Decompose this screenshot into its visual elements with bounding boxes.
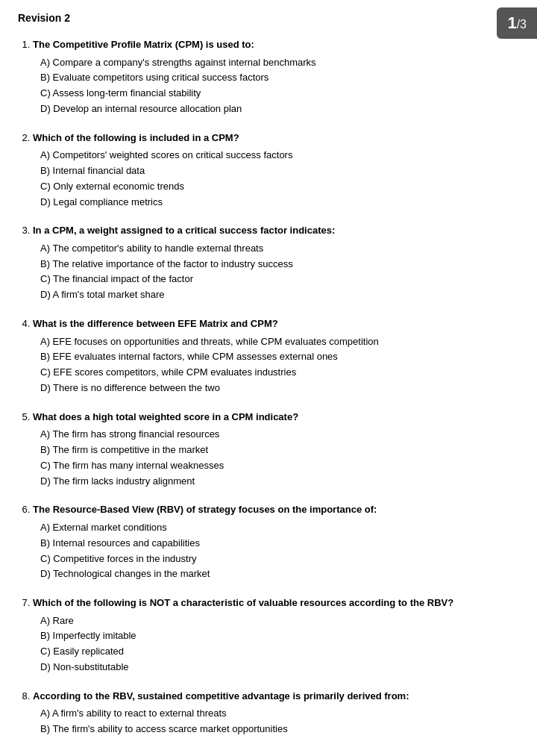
questions-list: The Competitive Profile Matrix (CPM) is … — [18, 37, 519, 737]
badge-fraction: /3 — [517, 18, 527, 31]
options-list-3: A) The competitor's ability to handle ex… — [33, 241, 519, 303]
option-6-3: D) Technological changes in the market — [40, 566, 519, 582]
question-item-5: What does a high total weighted score in… — [33, 410, 519, 490]
option-1-3: D) Develop an internal resource allocati… — [40, 101, 519, 117]
badge-number: 1 — [507, 13, 516, 32]
option-7-2: C) Easily replicated — [40, 644, 519, 660]
options-list-7: A) RareB) Imperfectly imitableC) Easily … — [33, 613, 519, 675]
question-item-8: According to the RBV, sustained competit… — [33, 689, 519, 737]
option-5-0: A) The firm has strong financial resourc… — [40, 427, 519, 443]
question-text-8: According to the RBV, sustained competit… — [33, 689, 519, 704]
option-2-2: C) Only external economic trends — [40, 179, 519, 195]
option-3-2: C) The financial impact of the factor — [40, 272, 519, 287]
question-item-4: What is the difference between EFE Matri… — [33, 316, 519, 396]
option-7-1: B) Imperfectly imitable — [40, 628, 519, 644]
question-item-6: The Resource-Based View (RBV) of strateg… — [33, 502, 519, 582]
option-2-1: B) Internal financial data — [40, 163, 519, 179]
question-text-2: Which of the following is included in a … — [33, 131, 519, 146]
question-text-1: The Competitive Profile Matrix (CPM) is … — [33, 37, 519, 52]
page-title: Revision 2 — [18, 12, 519, 24]
option-6-1: B) Internal resources and capabilities — [40, 536, 519, 552]
options-list-4: A) EFE focuses on opportunities and thre… — [33, 334, 519, 396]
option-3-1: B) The relative importance of the factor… — [40, 257, 519, 272]
option-4-0: A) EFE focuses on opportunities and thre… — [40, 334, 519, 350]
option-4-3: D) There is no difference between the tw… — [40, 381, 519, 396]
option-2-3: D) Legal compliance metrics — [40, 195, 519, 210]
option-3-0: A) The competitor's ability to handle ex… — [40, 241, 519, 257]
options-list-1: A) Compare a company's strengths against… — [33, 55, 519, 117]
question-text-3: In a CPM, a weight assigned to a critica… — [33, 223, 519, 238]
question-item-3: In a CPM, a weight assigned to a critica… — [33, 223, 519, 303]
options-list-8: A) A firm's ability to react to external… — [33, 706, 519, 737]
option-5-2: C) The firm has many internal weaknesses — [40, 458, 519, 474]
option-1-0: A) Compare a company's strengths against… — [40, 55, 519, 71]
question-text-6: The Resource-Based View (RBV) of strateg… — [33, 502, 519, 517]
page-badge: 1/3 — [497, 7, 537, 39]
question-item-2: Which of the following is included in a … — [33, 131, 519, 210]
question-item-7: Which of the following is NOT a characte… — [33, 596, 519, 675]
option-3-3: D) A firm's total market share — [40, 287, 519, 303]
option-6-0: A) External market conditions — [40, 520, 519, 536]
option-8-0: A) A firm's ability to react to external… — [40, 706, 519, 722]
option-6-2: C) Competitive forces in the industry — [40, 552, 519, 567]
question-text-4: What is the difference between EFE Matri… — [33, 316, 519, 331]
option-5-1: B) The firm is competitive in the market — [40, 443, 519, 458]
question-item-1: The Competitive Profile Matrix (CPM) is … — [33, 37, 519, 117]
option-1-2: C) Assess long-term financial stability — [40, 86, 519, 101]
option-1-1: B) Evaluate competitors using critical s… — [40, 70, 519, 86]
question-text-7: Which of the following is NOT a characte… — [33, 596, 519, 610]
option-7-3: D) Non-substitutable — [40, 660, 519, 675]
options-list-5: A) The firm has strong financial resourc… — [33, 427, 519, 489]
option-5-3: D) The firm lacks industry alignment — [40, 474, 519, 490]
option-4-1: B) EFE evaluates internal factors, while… — [40, 349, 519, 365]
option-8-1: B) The firm's ability to access scarce m… — [40, 722, 519, 737]
question-text-5: What does a high total weighted score in… — [33, 410, 519, 425]
option-2-0: A) Competitors' weighted scores on criti… — [40, 148, 519, 163]
option-4-2: C) EFE scores competitors, while CPM eva… — [40, 365, 519, 381]
options-list-2: A) Competitors' weighted scores on criti… — [33, 148, 519, 210]
options-list-6: A) External market conditionsB) Internal… — [33, 520, 519, 582]
option-7-0: A) Rare — [40, 613, 519, 629]
